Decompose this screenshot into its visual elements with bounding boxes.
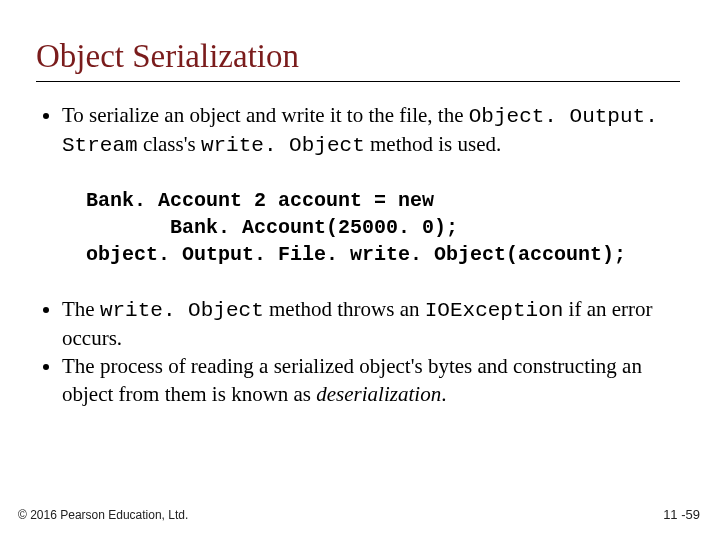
- title-rule: [36, 81, 680, 82]
- text: To serialize an object and write it to t…: [62, 103, 469, 127]
- text: method throws an: [264, 297, 425, 321]
- text: .: [441, 382, 446, 406]
- code-block: Bank. Account 2 account = new Bank. Acco…: [86, 187, 680, 268]
- bullet-3: The process of reading a serialized obje…: [62, 353, 680, 408]
- text: The: [62, 297, 100, 321]
- code-inline: write. Object: [100, 299, 264, 322]
- footer-page-number: 11 -59: [663, 507, 700, 522]
- bullet-list-2: The write. Object method throws an IOExc…: [36, 296, 680, 408]
- code-inline: write. Object: [201, 134, 365, 157]
- text: method is used.: [365, 132, 502, 156]
- bullet-list-1: To serialize an object and write it to t…: [36, 102, 680, 159]
- slide-body: Object Serialization To serialize an obj…: [0, 0, 720, 408]
- slide-title: Object Serialization: [36, 38, 680, 75]
- bullet-1: To serialize an object and write it to t…: [62, 102, 680, 159]
- bullet-2: The write. Object method throws an IOExc…: [62, 296, 680, 352]
- footer-copyright: © 2016 Pearson Education, Ltd.: [18, 508, 188, 522]
- emphasis: deserialization: [316, 382, 441, 406]
- text: class's: [138, 132, 201, 156]
- code-inline: IOException: [425, 299, 564, 322]
